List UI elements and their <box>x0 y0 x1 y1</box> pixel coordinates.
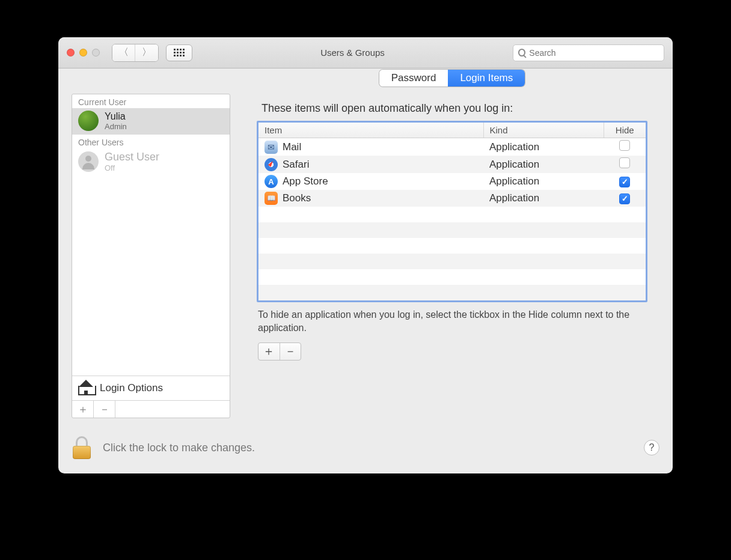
remove-user-button[interactable]: － <box>94 401 115 418</box>
table-row-empty <box>258 238 646 254</box>
search-icon <box>518 49 525 56</box>
sidebar-user-current[interactable]: Yulia Admin <box>72 108 230 135</box>
zoom-window-button[interactable] <box>92 49 100 56</box>
help-button[interactable]: ? <box>644 440 659 455</box>
col-item[interactable]: Item <box>258 123 483 138</box>
section-current-user: Current User <box>72 94 230 108</box>
titlebar: 〈 〉 Users & Groups <box>58 37 673 68</box>
sidebar-user-guest[interactable]: Guest User Off <box>72 148 230 176</box>
table-row-empty <box>258 269 646 285</box>
safari-icon <box>265 158 278 171</box>
forward-button[interactable]: 〉 <box>135 44 158 61</box>
show-all-button[interactable] <box>166 44 192 61</box>
item-name: Books <box>283 192 311 204</box>
search-input[interactable] <box>529 48 659 58</box>
preferences-window: 〈 〉 Users & Groups Current User Yulia Ad… <box>58 37 673 473</box>
house-icon <box>78 381 94 395</box>
user-name: Guest User <box>105 151 159 163</box>
table-row-empty <box>258 222 646 238</box>
nav-buttons: 〈 〉 <box>112 44 159 62</box>
tab-group: Password Login Items <box>241 70 663 87</box>
table-row[interactable]: App StoreApplication <box>258 173 646 190</box>
users-sidebar: Current User Yulia Admin Other Users Gue… <box>72 94 230 418</box>
table-row-empty <box>258 207 646 222</box>
login-options-label: Login Options <box>100 382 163 394</box>
col-kind[interactable]: Kind <box>483 123 604 138</box>
lock-hint-text: Click the lock to make changes. <box>103 442 633 454</box>
table-row[interactable]: SafariApplication <box>258 156 646 173</box>
grid-icon <box>174 49 185 56</box>
item-name: Mail <box>283 141 301 153</box>
close-window-button[interactable] <box>67 49 75 56</box>
sidebar-add-remove: ＋ － <box>72 400 230 418</box>
avatar <box>78 151 99 172</box>
table-row-empty <box>258 285 646 300</box>
back-button[interactable]: 〈 <box>112 44 135 61</box>
hide-checkbox[interactable] <box>619 193 630 204</box>
login-items-caption: These items will open automatically when… <box>262 102 663 115</box>
section-other-users: Other Users <box>72 135 230 148</box>
window-title: Users & Groups <box>200 47 506 58</box>
user-name: Yulia <box>105 111 127 122</box>
item-kind: Application <box>483 138 604 156</box>
table-row[interactable]: BooksApplication <box>258 190 646 207</box>
add-user-button[interactable]: ＋ <box>72 401 94 418</box>
hide-checkbox[interactable] <box>619 140 630 151</box>
item-kind: Application <box>483 156 604 173</box>
item-name: App Store <box>283 175 328 187</box>
login-options-button[interactable]: Login Options <box>72 376 230 400</box>
chevron-left-icon: 〈 <box>119 46 129 59</box>
tab-login-items[interactable]: Login Items <box>448 70 525 87</box>
item-kind: Application <box>483 190 604 207</box>
login-items-table: Item Kind Hide MailApplicationSafariAppl… <box>257 121 647 302</box>
hide-checkbox[interactable] <box>619 177 630 187</box>
hide-checkbox[interactable] <box>619 157 630 168</box>
avatar <box>78 111 99 131</box>
tab-password[interactable]: Password <box>379 70 448 87</box>
user-role: Admin <box>105 122 127 131</box>
item-kind: Application <box>483 173 604 190</box>
remove-login-item-button[interactable]: － <box>280 343 301 360</box>
search-field[interactable] <box>513 44 664 61</box>
main-panel: Password Login Items These items will op… <box>241 94 663 418</box>
table-row[interactable]: MailApplication <box>258 138 646 156</box>
lock-button[interactable] <box>72 436 92 459</box>
appstore-icon <box>265 175 278 188</box>
mail-icon <box>265 141 278 154</box>
table-row-empty <box>258 254 646 269</box>
item-name: Safari <box>283 159 309 171</box>
hide-hint-text: To hide an application when you log in, … <box>258 308 646 335</box>
chevron-right-icon: 〉 <box>142 46 151 59</box>
add-login-item-button[interactable]: ＋ <box>258 343 280 360</box>
user-role: Off <box>105 163 159 172</box>
window-controls <box>67 49 100 56</box>
col-hide[interactable]: Hide <box>604 123 646 138</box>
footer: Click the lock to make changes. ? <box>58 429 673 473</box>
minimize-window-button[interactable] <box>79 49 87 56</box>
login-items-add-remove: ＋ － <box>258 342 301 361</box>
books-icon <box>265 192 278 205</box>
